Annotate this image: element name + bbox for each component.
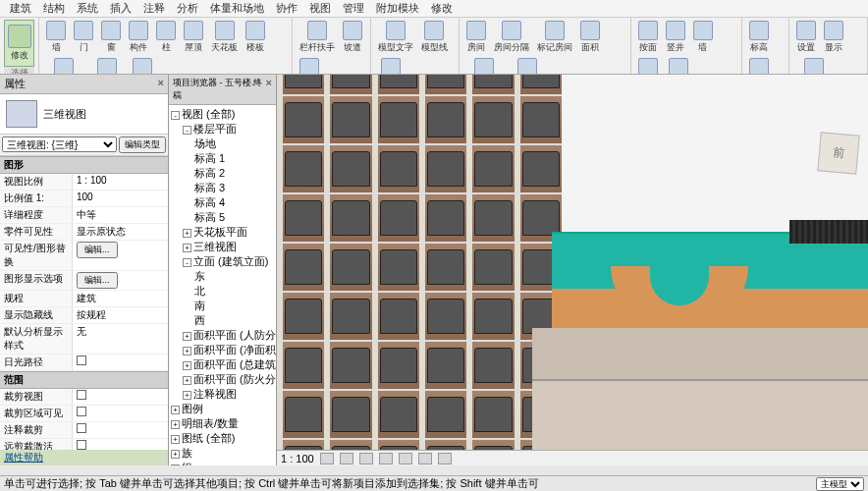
tree-node[interactable]: -视图 (全部) xyxy=(171,107,274,122)
edit-type-button[interactable]: 编辑类型 xyxy=(119,136,166,153)
tree-node[interactable]: +面积平面 (净面积) xyxy=(171,343,274,357)
tree-node[interactable]: +明细表/数量 xyxy=(171,416,274,431)
menu-管理[interactable]: 管理 xyxy=(337,0,370,17)
section-范围[interactable]: 范围 xyxy=(0,371,168,389)
ribbon-幕墙系统[interactable]: 幕墙系统 xyxy=(43,57,84,75)
expand-icon[interactable]: + xyxy=(171,450,180,459)
tree-node[interactable]: +组 xyxy=(171,461,274,465)
tree-node[interactable]: +面积平面 (总建筑面积) xyxy=(171,357,274,372)
checkbox[interactable] xyxy=(77,390,86,400)
shadows-icon[interactable] xyxy=(379,453,393,464)
detail-level-icon[interactable] xyxy=(320,453,334,464)
ribbon-按面[interactable]: 按面 xyxy=(635,20,661,55)
menu-结构[interactable]: 结构 xyxy=(37,0,71,17)
edit-button[interactable]: 编辑... xyxy=(77,272,118,289)
tree-node[interactable]: 东 xyxy=(171,269,274,284)
ribbon-墙[interactable]: 墙 xyxy=(690,20,716,55)
ribbon-柱[interactable]: 柱 xyxy=(153,20,179,55)
ribbon-竖井[interactable]: 竖井 xyxy=(663,20,688,55)
menu-注释[interactable]: 注释 xyxy=(137,0,171,17)
checkbox[interactable] xyxy=(77,355,86,365)
tree-node[interactable]: +面积平面 (人防分区面积) xyxy=(171,328,274,343)
tree-node[interactable]: +族 xyxy=(171,446,274,461)
checkbox[interactable] xyxy=(77,423,86,433)
sun-path-icon[interactable] xyxy=(359,453,373,464)
expand-icon[interactable]: + xyxy=(183,332,191,341)
menu-系统[interactable]: 系统 xyxy=(71,0,104,17)
expand-icon[interactable]: + xyxy=(183,229,191,238)
tree-node[interactable]: +面积平面 (防火分区面积) xyxy=(171,372,274,387)
tree-node[interactable]: 标高 5 xyxy=(171,210,274,225)
edit-button[interactable]: 编辑... xyxy=(77,242,118,258)
section-图形[interactable]: 图形 xyxy=(0,156,168,174)
ribbon-标记房间[interactable]: 标记房间 xyxy=(534,20,575,55)
ribbon-门[interactable]: 门 xyxy=(71,20,96,55)
close-icon[interactable]: × xyxy=(266,77,272,102)
expand-icon[interactable]: + xyxy=(183,347,191,355)
tree-node[interactable]: 标高 2 xyxy=(171,166,274,181)
ribbon-设置[interactable]: 设置 xyxy=(793,20,819,55)
checkbox[interactable] xyxy=(77,440,86,450)
ribbon-老虎窗[interactable]: 老虎窗 xyxy=(663,57,695,75)
ribbon-垂直[interactable]: 垂直 xyxy=(635,57,661,75)
tree-node[interactable]: 南 xyxy=(171,299,274,313)
ribbon-模型线[interactable]: 模型线 xyxy=(418,20,451,55)
checkbox[interactable] xyxy=(77,407,86,416)
ribbon-墙[interactable]: 墙 xyxy=(43,20,69,55)
scale-display[interactable]: 1 : 100 xyxy=(281,453,314,464)
ribbon-房间分隔[interactable]: 房间分隔 xyxy=(491,20,532,55)
modify-button[interactable]: 修改 xyxy=(4,20,34,67)
viewport-3d[interactable]: 前 1 : 100 xyxy=(277,75,868,465)
ribbon-标高[interactable]: 标高 xyxy=(746,20,772,55)
tree-node[interactable]: +图例 xyxy=(171,402,274,416)
expand-icon[interactable]: + xyxy=(171,420,180,429)
ribbon-面积[interactable]: 面积 xyxy=(577,20,603,55)
ribbon-天花板[interactable]: 天花板 xyxy=(208,20,241,55)
menu-视图[interactable]: 视图 xyxy=(303,0,337,17)
close-icon[interactable]: × xyxy=(158,77,164,91)
menu-附加模块[interactable]: 附加模块 xyxy=(370,0,425,17)
menu-修改[interactable]: 修改 xyxy=(425,0,459,17)
tree-node[interactable]: -立面 (建筑立面) xyxy=(171,254,274,269)
expand-icon[interactable]: + xyxy=(183,244,191,252)
expand-icon[interactable]: + xyxy=(183,376,191,385)
ribbon-栏杆扶手[interactable]: 栏杆扶手 xyxy=(297,20,338,55)
ribbon-显示[interactable]: 显示 xyxy=(821,20,846,55)
menu-体量和场地[interactable]: 体量和场地 xyxy=(204,0,270,17)
menu-协作[interactable]: 协作 xyxy=(270,0,303,17)
expand-icon[interactable]: + xyxy=(171,464,180,465)
tree-node[interactable]: +图纸 (全部) xyxy=(171,431,274,446)
tree-node[interactable]: 标高 4 xyxy=(171,195,274,210)
properties-help-link[interactable]: 属性帮助 xyxy=(0,450,168,465)
tree-node[interactable]: +天花板平面 xyxy=(171,225,274,240)
tree-node[interactable]: +三维视图 xyxy=(171,240,274,254)
expand-icon[interactable]: + xyxy=(171,406,180,414)
visual-style-icon[interactable] xyxy=(340,453,353,464)
collapse-icon[interactable]: - xyxy=(183,258,191,267)
expand-icon[interactable]: + xyxy=(183,391,191,400)
expand-icon[interactable]: + xyxy=(183,361,191,370)
menu-插入[interactable]: 插入 xyxy=(104,0,137,17)
tree-node[interactable]: 场地 xyxy=(171,136,274,151)
type-selector[interactable]: 三维视图 xyxy=(0,94,168,135)
tree-node[interactable]: 北 xyxy=(171,284,274,299)
ribbon-坡道[interactable]: 坡道 xyxy=(340,20,365,55)
hide-icon[interactable] xyxy=(418,453,432,464)
tree-node[interactable]: 标高 3 xyxy=(171,181,274,195)
ribbon-面积边界[interactable]: 面积边界 xyxy=(463,57,505,75)
view-dropdown[interactable]: 三维视图: {三维} xyxy=(2,136,117,152)
collapse-icon[interactable]: - xyxy=(171,111,180,120)
ribbon-构件[interactable]: 构件 xyxy=(126,20,151,55)
ribbon-窗[interactable]: 窗 xyxy=(98,20,124,55)
tree-node[interactable]: +注释视图 xyxy=(171,387,274,402)
tree-node[interactable]: -楼层平面 xyxy=(171,122,274,136)
ribbon-房间[interactable]: 房间 xyxy=(463,20,489,55)
collapse-icon[interactable]: - xyxy=(183,126,191,135)
ribbon-幕墙网格[interactable]: 幕墙网格 xyxy=(86,57,128,75)
expand-icon[interactable]: + xyxy=(171,435,180,444)
ribbon-模型组[interactable]: 模型组 xyxy=(375,57,407,75)
view-cube[interactable]: 前 xyxy=(817,132,859,174)
ribbon-竖梃[interactable]: 竖梃 xyxy=(130,57,155,75)
ribbon-屋顶[interactable]: 屋顶 xyxy=(181,20,206,55)
ribbon-楼板[interactable]: 楼板 xyxy=(243,20,268,55)
